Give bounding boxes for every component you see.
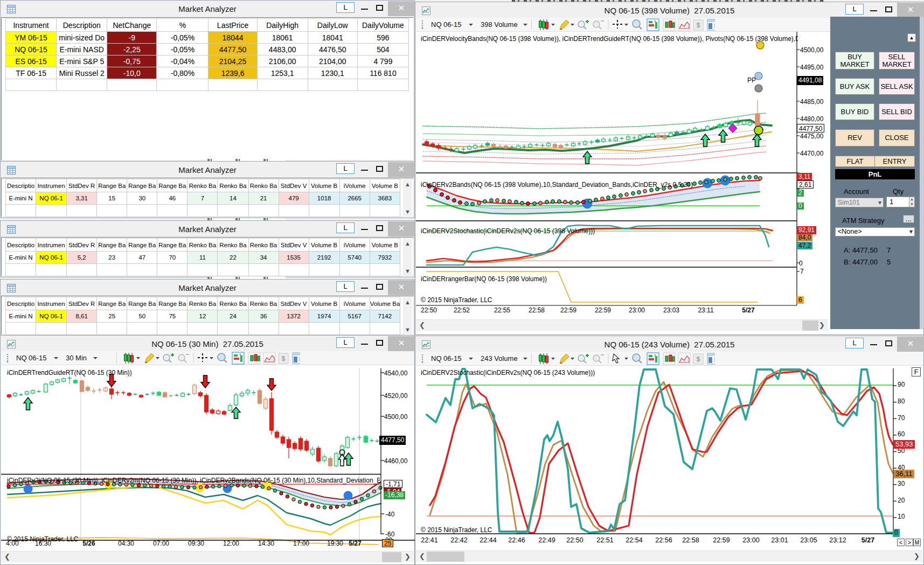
svg-text:$: $ <box>697 355 700 363</box>
svg-text:$: $ <box>282 355 286 362</box>
svg-text:$: $ <box>697 22 700 29</box>
